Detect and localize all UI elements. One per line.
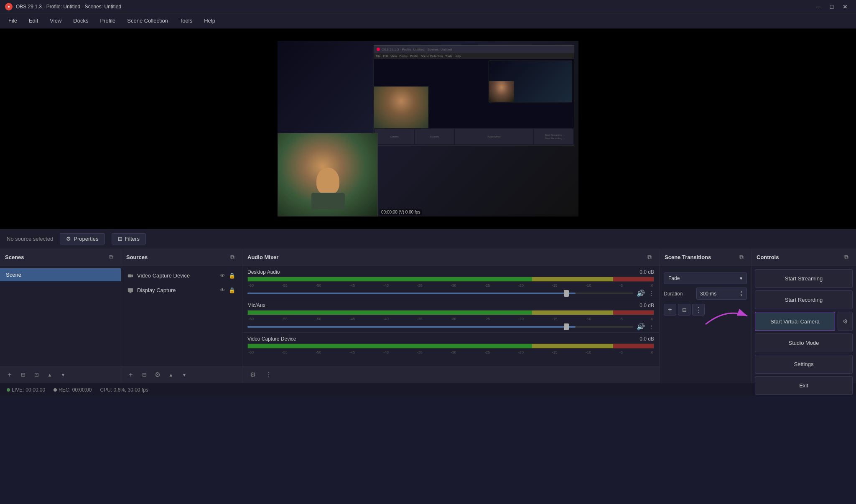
status-bar: LIVE: 00:00:00 REC: 00:00:00 CPU: 0.6%, …: [0, 383, 856, 396]
micaux-meter-red: [613, 311, 654, 315]
source-item-display-capture[interactable]: Display Capture 👁 🔒: [121, 283, 242, 298]
audio-dock-header: Audio Mixer ⧉: [242, 249, 659, 266]
micaux-mute-button[interactable]: 🔊: [637, 323, 645, 331]
video-capture-audio-db: 0.0 dB: [639, 336, 654, 342]
video-capture-meter-bg: [248, 344, 654, 348]
scenes-up-button[interactable]: ▲: [43, 369, 56, 381]
video-capture-meter-green: [248, 344, 532, 348]
transitions-dock-popout-button[interactable]: ⧉: [737, 253, 746, 262]
title-bar-left: ● OBS 29.1.3 - Profile: Untitled - Scene…: [5, 3, 121, 10]
nested-titlebar: OBS 29.1.3 - Profile: Untitled - Scenes:…: [374, 46, 574, 53]
source-display-visibility-button[interactable]: 👁: [219, 286, 226, 294]
micaux-options-button[interactable]: ⋮: [648, 323, 654, 330]
scenes-dock-title: Scenes: [5, 254, 24, 260]
sources-add-button[interactable]: +: [125, 369, 137, 381]
micaux-db: 0.0 dB: [639, 303, 654, 308]
transition-type-dropdown[interactable]: Fade ▾: [664, 272, 747, 284]
audio-dock-popout-button[interactable]: ⧉: [645, 253, 654, 262]
desktop-audio-fader[interactable]: [247, 293, 633, 294]
scene-item-scene[interactable]: Scene: [0, 268, 121, 281]
duration-up-button[interactable]: ▲: [740, 290, 743, 293]
scenes-delete-button[interactable]: ⊟: [17, 369, 29, 381]
sources-up-button[interactable]: ▲: [165, 369, 177, 381]
menu-tools[interactable]: Tools: [175, 16, 197, 25]
start-streaming-button[interactable]: Start Streaming: [755, 269, 853, 288]
micaux-meter-green: [248, 311, 532, 315]
sources-delete-button[interactable]: ⊟: [138, 369, 150, 381]
micaux-fader-row: 🔊 ⋮: [247, 323, 654, 331]
micaux-header: Mic/Aux 0.0 dB: [247, 303, 654, 308]
source-video-visibility-button[interactable]: 👁: [219, 272, 226, 280]
controls-dock: Controls ⧉ Start Streaming Start Recordi…: [752, 249, 856, 383]
audio-channel-video-capture: Video Capture Device 0.0 dB -60-55-50-45…: [242, 333, 659, 358]
start-recording-button[interactable]: Start Recording: [755, 290, 853, 309]
desktop-audio-meter: [247, 277, 654, 282]
audio-channel-desktop: Desktop Audio 0.0 dB -60-55-50-45-40-35-…: [242, 266, 659, 299]
menu-file[interactable]: File: [3, 16, 22, 25]
menu-profile[interactable]: Profile: [95, 16, 120, 25]
status-rec: REC: 00:00:00: [54, 387, 92, 393]
nested-content: FileEditViewDocksProfileScene Collection…: [374, 53, 574, 145]
desktop-audio-options-button[interactable]: ⋮: [648, 290, 654, 297]
menu-docks[interactable]: Docks: [68, 16, 93, 25]
scenes-down-button[interactable]: ▼: [57, 369, 69, 381]
transition-type-chevron: ▾: [740, 275, 742, 281]
source-display-lock-button[interactable]: 🔒: [228, 286, 236, 294]
scenes-dock-popout-button[interactable]: ⧉: [107, 253, 116, 262]
duration-down-button[interactable]: ▼: [740, 294, 743, 297]
desktop-audio-db: 0.0 dB: [639, 269, 654, 275]
desktop-meter-green: [248, 277, 532, 281]
audio-channel-micaux: Mic/Aux 0.0 dB -60-55-50-45-40-35-30-25-…: [242, 299, 659, 333]
status-live: LIVE: 00:00:00: [7, 387, 45, 393]
sources-down-button[interactable]: ▼: [178, 369, 191, 381]
preview-canvas: OBS 29.1.3 - Profile: Untitled - Scenes:…: [278, 41, 578, 216]
nested-webcam: [374, 87, 428, 128]
sources-dock-popout-button[interactable]: ⧉: [228, 253, 237, 262]
controls-dock-header: Controls ⧉: [752, 249, 856, 266]
desktop-fader-thumb: [564, 290, 569, 297]
desktop-audio-labels: -60-55-50-45-40-35-30-25-20-15-10-50: [247, 283, 654, 288]
micaux-fader-thumb: [564, 323, 569, 330]
webcam-feed: [278, 133, 377, 216]
transitions-dock-header: Scene Transitions ⧉: [660, 249, 751, 266]
source-item-video-capture[interactable]: Video Capture Device 👁 🔒: [121, 268, 242, 283]
exit-button[interactable]: Exit: [755, 376, 853, 395]
scenes-add-button[interactable]: +: [3, 369, 16, 381]
studio-mode-button[interactable]: Studio Mode: [755, 333, 853, 352]
settings-button[interactable]: Settings: [755, 355, 853, 374]
window-controls[interactable]: ─ □ ✕: [813, 2, 851, 11]
audio-menu-button[interactable]: ⋮: [262, 369, 275, 381]
nested-docks: Scenes Sources Audio Mixer Start Streami…: [374, 128, 574, 145]
status-cpu: CPU: 0.6%, 30.00 fps: [100, 387, 148, 393]
sources-dock-title: Sources: [126, 254, 148, 260]
properties-button[interactable]: ⚙ Properties: [60, 233, 104, 244]
menu-help[interactable]: Help: [199, 16, 220, 25]
duration-input[interactable]: 300 ms ▲ ▼: [696, 288, 747, 300]
micaux-labels: -60-55-50-45-40-35-30-25-20-15-10-50: [247, 317, 654, 321]
transitions-dock: Scene Transitions ⧉ Fade ▾ Duration 300 …: [660, 249, 752, 383]
micaux-label: Mic/Aux: [247, 303, 265, 308]
transition-menu-button[interactable]: ⋮: [692, 304, 705, 316]
micaux-fader[interactable]: [247, 326, 633, 328]
filters-button[interactable]: ⊟ Filters: [112, 233, 146, 244]
menu-view[interactable]: View: [45, 16, 66, 25]
menu-scene-collection[interactable]: Scene Collection: [122, 16, 173, 25]
controls-dock-popout-button[interactable]: ⧉: [842, 253, 851, 262]
menu-edit[interactable]: Edit: [24, 16, 43, 25]
camera-icon: [127, 272, 134, 279]
sources-dock-header: Sources ⧉: [121, 249, 242, 266]
transition-delete-button[interactable]: ⊟: [678, 304, 690, 316]
transition-add-button[interactable]: +: [664, 304, 676, 316]
transitions-content: Fade ▾ Duration 300 ms ▲ ▼ + ⊟: [660, 266, 751, 383]
audio-settings-button[interactable]: ⚙: [247, 369, 259, 381]
video-capture-audio-label: Video Capture Device: [247, 336, 296, 342]
scenes-filter-button[interactable]: ⊡: [30, 369, 43, 381]
start-virtual-camera-button[interactable]: Start Virtual Camera: [755, 312, 835, 331]
minimize-button[interactable]: ─: [813, 2, 824, 11]
sources-settings-button[interactable]: ⚙: [151, 369, 164, 381]
desktop-audio-mute-button[interactable]: 🔊: [637, 289, 645, 297]
close-button[interactable]: ✕: [839, 2, 851, 11]
maximize-button[interactable]: □: [826, 2, 838, 11]
virtual-camera-settings-button[interactable]: ⚙: [838, 312, 853, 331]
source-video-lock-button[interactable]: 🔒: [228, 272, 236, 280]
